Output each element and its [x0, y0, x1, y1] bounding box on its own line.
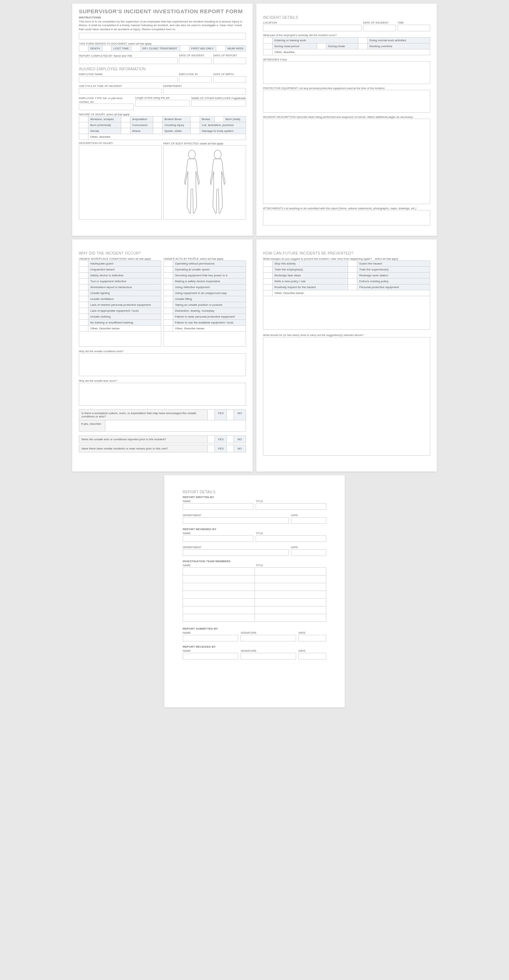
- wd-other[interactable]: Other, describe:: [272, 49, 430, 55]
- reviewed-date-input[interactable]: [291, 549, 326, 556]
- acts-other-input[interactable]: [164, 332, 246, 347]
- checkbox[interactable]: [191, 123, 200, 128]
- checkbox[interactable]: [216, 46, 226, 52]
- checkbox[interactable]: [164, 261, 173, 267]
- checkbox[interactable]: [348, 285, 357, 290]
- checkbox[interactable]: [263, 273, 272, 278]
- checkbox[interactable]: [263, 278, 272, 285]
- checkbox[interactable]: [348, 267, 357, 273]
- conditions-other-input[interactable]: [79, 332, 161, 347]
- checkbox[interactable]: [79, 46, 88, 52]
- checkbox[interactable]: [317, 43, 326, 49]
- checkbox[interactable]: [348, 261, 357, 267]
- submitted-date-input[interactable]: [298, 635, 326, 641]
- date-incident-input[interactable]: [179, 57, 212, 64]
- checkbox[interactable]: [226, 410, 234, 420]
- checkbox[interactable]: [121, 128, 130, 134]
- checkbox[interactable]: [164, 320, 173, 326]
- witnesses-input[interactable]: [263, 61, 430, 84]
- checkbox[interactable]: [263, 49, 272, 55]
- reviewed-name-input[interactable]: [183, 535, 253, 542]
- checkbox[interactable]: [263, 267, 272, 273]
- checkbox[interactable]: [79, 128, 88, 134]
- checkbox[interactable]: [79, 285, 88, 290]
- checkbox[interactable]: [164, 296, 173, 302]
- emp-id-input[interactable]: [179, 76, 212, 83]
- written-date-input[interactable]: [291, 517, 326, 524]
- checkbox[interactable]: [348, 273, 357, 278]
- received-name-input[interactable]: [183, 653, 238, 659]
- team-cell[interactable]: [183, 614, 255, 622]
- checkbox[interactable]: [164, 273, 173, 278]
- checkbox[interactable]: [79, 302, 88, 308]
- team-cell[interactable]: [254, 614, 326, 622]
- dob-input[interactable]: [213, 76, 246, 83]
- checkbox[interactable]: [79, 296, 88, 302]
- checkbox[interactable]: [348, 278, 357, 285]
- team-cell[interactable]: [183, 568, 255, 576]
- checkbox[interactable]: [263, 38, 272, 43]
- pv-other[interactable]: Other; Describe below:: [272, 290, 430, 296]
- checkbox[interactable]: [164, 302, 173, 308]
- length-input[interactable]: [135, 100, 190, 107]
- return-to-input[interactable]: [79, 33, 246, 40]
- department-input[interactable]: [163, 88, 246, 95]
- checkbox[interactable]: [79, 278, 88, 285]
- checkbox[interactable]: [153, 123, 162, 128]
- written-dept-input[interactable]: [183, 517, 289, 524]
- team-cell[interactable]: [254, 599, 326, 606]
- checkbox[interactable]: [79, 314, 88, 320]
- team-cell[interactable]: [183, 591, 255, 599]
- checkbox[interactable]: [164, 285, 173, 290]
- team-cell[interactable]: [254, 606, 326, 614]
- checkbox[interactable]: [79, 273, 88, 278]
- ppe-input[interactable]: [263, 90, 430, 113]
- checkbox[interactable]: [207, 410, 214, 420]
- team-cell[interactable]: [254, 576, 326, 583]
- location-input[interactable]: [263, 25, 362, 31]
- checkbox[interactable]: [153, 116, 162, 123]
- checkbox[interactable]: [191, 116, 200, 123]
- emp-type-input[interactable]: [79, 103, 134, 110]
- reviewed-title-input[interactable]: [256, 535, 326, 542]
- received-sig-input[interactable]: [240, 653, 296, 659]
- checkbox[interactable]: [79, 261, 88, 267]
- submitted-name-input[interactable]: [183, 635, 238, 641]
- culture-describe-input[interactable]: [105, 420, 246, 431]
- checkbox[interactable]: [164, 314, 173, 320]
- checkbox[interactable]: [79, 267, 88, 273]
- checkbox[interactable]: [121, 123, 130, 128]
- emp-name-input[interactable]: [79, 76, 178, 83]
- checkbox[interactable]: [79, 326, 88, 332]
- date-incident-input[interactable]: [363, 25, 396, 31]
- date-report-input[interactable]: [213, 57, 246, 64]
- checkbox[interactable]: [79, 290, 88, 296]
- team-cell[interactable]: [254, 568, 326, 576]
- completed-by-input[interactable]: [79, 57, 178, 64]
- checkbox[interactable]: [79, 134, 88, 140]
- checkbox[interactable]: [263, 285, 272, 290]
- incident-desc-input[interactable]: [263, 119, 430, 204]
- written-title-input[interactable]: [256, 503, 326, 510]
- checkbox[interactable]: [164, 278, 173, 285]
- written-name-input[interactable]: [183, 503, 253, 510]
- carryout-input[interactable]: [263, 337, 430, 456]
- checkbox[interactable]: [121, 116, 130, 123]
- job-title-input[interactable]: [79, 88, 162, 95]
- checkbox[interactable]: [358, 43, 367, 49]
- received-date-input[interactable]: [298, 653, 326, 659]
- team-cell[interactable]: [254, 591, 326, 599]
- checkbox[interactable]: [263, 290, 272, 296]
- checkbox[interactable]: [102, 46, 111, 52]
- checkbox[interactable]: [263, 43, 272, 49]
- checkbox[interactable]: [153, 128, 162, 134]
- team-cell[interactable]: [183, 606, 255, 614]
- checkbox[interactable]: [358, 38, 367, 43]
- checkbox[interactable]: [79, 308, 88, 314]
- submitted-sig-input[interactable]: [240, 635, 296, 641]
- time-input[interactable]: [398, 25, 430, 31]
- team-cell[interactable]: [183, 583, 255, 591]
- checkbox[interactable]: [131, 46, 140, 52]
- checkbox[interactable]: [164, 326, 173, 332]
- checkbox[interactable]: [207, 445, 214, 452]
